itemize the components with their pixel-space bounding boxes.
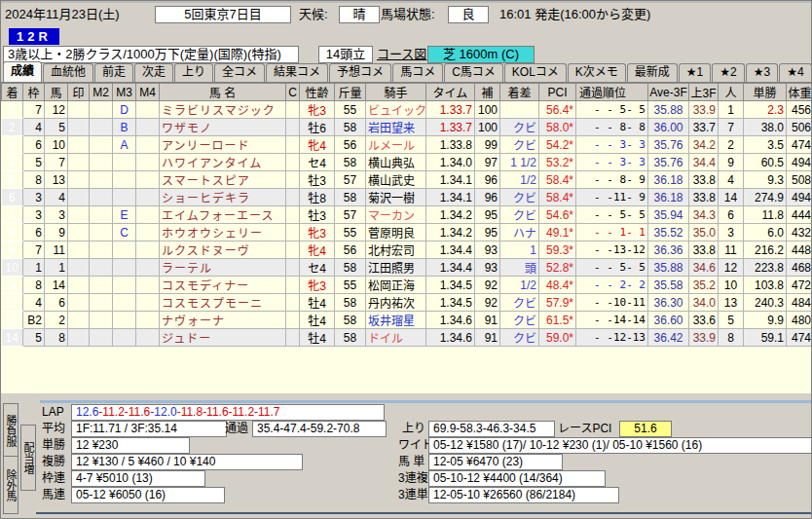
horse-number: 6 (45, 294, 68, 312)
c-cell (286, 329, 300, 347)
pci-value: 61.5* (539, 312, 576, 329)
result-row[interactable]: 869Cホウオウシェリー牝355菅原明良1.34.295ハナ49.1*- - 1… (2, 224, 812, 241)
margin (500, 101, 539, 119)
mark2-cell (90, 294, 113, 312)
ave-3f: 35.76 (648, 136, 689, 154)
jockey-name: 横山典弘 (366, 154, 426, 171)
finish-position: 2 (2, 119, 23, 136)
mark3-cell (113, 259, 136, 277)
horse-number: 5 (45, 119, 68, 136)
tab-★1[interactable]: ★1 (679, 63, 711, 82)
sex-age: 牡3 (300, 206, 335, 224)
mark3-cell (113, 329, 136, 347)
meeting-field: 5回東京7日目 (155, 6, 291, 23)
horse-name: ホウオウシェリー (160, 224, 286, 241)
tab-★4[interactable]: ★4 (779, 63, 811, 82)
column-header-19: 人 (719, 84, 744, 101)
sex-age: セ4 (300, 154, 335, 171)
passing-order: - -12-13 (576, 329, 648, 347)
last-3f: 33.8 (689, 241, 719, 259)
c-cell (286, 277, 300, 294)
tab-馬コメ[interactable]: 馬コメ (392, 63, 443, 82)
tab-成績[interactable]: 成績 (3, 61, 42, 82)
side-button-silks[interactable]: 勝負服 (3, 403, 18, 458)
sex-age: 牡3 (300, 171, 335, 189)
mark-cell (68, 241, 90, 259)
tab-上り[interactable]: 上り (174, 63, 213, 82)
mark2-cell (90, 277, 113, 294)
column-header-21: 体重 (787, 84, 812, 101)
bracket-number: B2 (23, 312, 45, 329)
sex-age: セ4 (300, 259, 335, 277)
panel-divider (40, 400, 811, 403)
result-row[interactable]: 5813スマートスピア牡357横山武史1.34.1961/258.4*- - 8… (2, 171, 812, 189)
result-row[interactable]: 457ハワイアンタイムセ458横山典弘1.34.0971 1/253.2*- -… (2, 154, 812, 171)
course-field: 芝 1600m (C) (427, 46, 535, 63)
result-row[interactable]: 3610Aアンリーロード牝456ルメール1.33.899クビ54.2*- - 3… (2, 136, 812, 154)
finish-position: 10 (2, 259, 23, 277)
speed-index: 99 (475, 136, 500, 154)
tab-最新成[interactable]: 最新成 (627, 63, 678, 82)
ave-3f: 36.60 (648, 312, 689, 329)
tab-結果コメ[interactable]: 結果コメ (266, 63, 328, 82)
mark3-cell (113, 189, 136, 206)
result-row[interactable]: 1458ジュドー牡458ドイル1.34.691クビ59.0*- -12-1336… (2, 329, 812, 347)
horse-number: 8 (45, 329, 68, 347)
tab-C馬コメ[interactable]: C馬コメ (444, 63, 503, 82)
race-pci-value: 51.6 (619, 421, 672, 437)
jockey-name: ビュイック (366, 101, 426, 119)
bracket-number: 6 (23, 136, 45, 154)
side-button-excluded[interactable]: 除外馬 (3, 456, 18, 514)
tab-★2[interactable]: ★2 (712, 63, 744, 82)
result-row[interactable]: 1011ラーテルセ458江田照男1.34.493頭52.8*- - 5- 535… (2, 259, 812, 277)
result-row[interactable]: 245Bワザモノ牡658岩田望来1.33.7100クビ58.0*- - 8- 8… (2, 119, 812, 136)
tab-★3[interactable]: ★3 (746, 63, 778, 82)
mark-cell (68, 101, 90, 119)
lap-segment: -11.6 (203, 405, 228, 419)
jockey-name: 江田照男 (366, 259, 426, 277)
tab-次走[interactable]: 次走 (134, 63, 173, 82)
result-row[interactable]: 11814コスモディナー牝355松岡正海1.34.5921/248.4*- - … (2, 277, 812, 294)
finish-time: 1.34.0 (426, 154, 475, 171)
finish-time: 1.34.5 (426, 277, 475, 294)
mark3-cell: B (113, 119, 136, 136)
passing-order: - -13-12 (576, 241, 648, 259)
horse-weight: 484 (787, 294, 812, 312)
result-row[interactable]: 634ショーヒデキラ牡858菊沢一樹1.34.196クビ58.4*- -11- … (2, 189, 812, 206)
result-row[interactable]: 13B22ナヴォーナ牡458坂井瑠星1.34.691クビ61.5*- -14-1… (2, 312, 812, 329)
column-header-6: M4 (136, 84, 160, 101)
race-number-badge: 12R (9, 28, 59, 45)
popularity: 1 (719, 101, 744, 119)
bracket-number: 1 (23, 259, 45, 277)
tab-全コメ[interactable]: 全コメ (214, 63, 265, 82)
mark-cell (68, 312, 90, 329)
course-map-link[interactable]: コース図 (377, 47, 426, 62)
tab-KOLコメ[interactable]: KOLコメ (504, 63, 567, 82)
tab-前走[interactable]: 前走 (94, 63, 133, 82)
mark2-cell (90, 189, 113, 206)
jockey-name: 丹内祐次 (366, 294, 426, 312)
horse-weight: 474 (787, 329, 812, 347)
speed-index: 100 (475, 101, 500, 119)
sex-age: 牝3 (300, 101, 335, 119)
tab-予想コメ[interactable]: 予想コメ (329, 63, 391, 82)
pci-value: 53.2* (539, 154, 576, 171)
tab-血統他[interactable]: 血統他 (43, 63, 93, 82)
jockey-name: ドイル (366, 329, 426, 347)
speed-index: 91 (475, 312, 500, 329)
horse-weight: 506 (787, 119, 812, 136)
mark-cell (68, 259, 90, 277)
horse-number: 9 (45, 224, 68, 241)
bracket-number: 3 (23, 189, 45, 206)
side-button-haitozo[interactable]: 配当増 (20, 425, 36, 491)
result-row[interactable]: 9711ルクスドヌーヴ牝456北村宏司1.34.493159.3*- -13-1… (2, 241, 812, 259)
finish-time: 1.34.1 (426, 189, 475, 206)
finish-time: 1.34.5 (426, 294, 475, 312)
result-row[interactable]: 733Eエイムフォーエース牡357マーカン1.34.295クビ54.6*- - … (2, 206, 812, 224)
margin: クビ (500, 189, 539, 206)
tab-K次メモ[interactable]: K次メモ (568, 63, 626, 82)
ave-3f: 35.58 (648, 277, 689, 294)
result-row[interactable]: 1712Dミラビリスマジック牝355ビュイック1.33.710056.4*- -… (2, 101, 812, 119)
result-row[interactable]: 1246コスモスプモーニ牡458丹内祐次1.34.592クビ57.9*- -10… (2, 294, 812, 312)
payout-label-sanrentan: 3連単 (398, 488, 428, 502)
